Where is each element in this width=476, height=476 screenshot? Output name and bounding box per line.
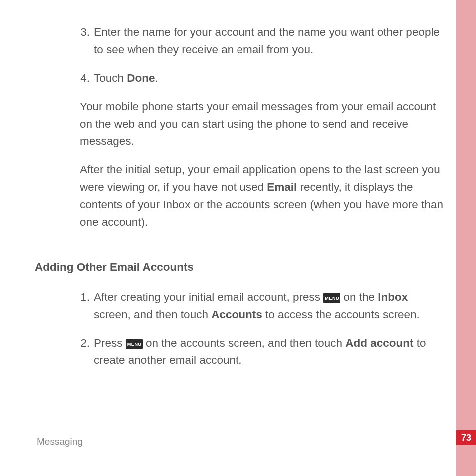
side-stripe (456, 0, 476, 476)
footer-section-label: Messaging (37, 436, 83, 447)
adding-step-1-bold2: Accounts (211, 308, 262, 321)
adding-step-1-a: After creating your initial email accoun… (94, 291, 323, 303)
page-number: 73 (461, 433, 471, 443)
adding-step-1-d: to access the accounts screen. (262, 308, 420, 321)
paragraph-2-bold: Email (267, 181, 297, 193)
step-4-suffix: . (155, 72, 158, 84)
adding-step-2-text: Press MENU on the accounts screen, and t… (94, 335, 446, 370)
step-4-prefix: Touch (94, 72, 127, 84)
paragraph-2: After the initial setup, your email appl… (80, 161, 446, 231)
adding-step-2-a: Press (94, 337, 126, 349)
menu-button-icon: MENU (323, 293, 340, 303)
step-3-text: Enter the name for your account and the … (94, 24, 446, 59)
section-heading: Adding Other Email Accounts (35, 261, 446, 274)
page-content: 3. Enter the name for your account and t… (35, 24, 446, 380)
adding-step-2-bold1: Add account (345, 337, 413, 349)
adding-step-2-b: on the accounts screen, and then touch (143, 337, 346, 349)
menu-button-icon: MENU (126, 339, 143, 349)
adding-step-1-b: on the (340, 291, 378, 303)
adding-step-1-text: After creating your initial email accoun… (94, 289, 446, 324)
adding-step-1-marker: 1. (35, 289, 94, 324)
step-4-marker: 4. (35, 70, 94, 87)
adding-step-2-marker: 2. (35, 335, 94, 370)
adding-step-1: 1. After creating your initial email acc… (35, 289, 446, 324)
adding-step-1-bold1: Inbox (378, 291, 408, 303)
step-4-bold: Done (127, 72, 155, 84)
step-4-text: Touch Done. (94, 70, 446, 87)
step-3: 3. Enter the name for your account and t… (35, 24, 446, 59)
page-number-tab: 73 (456, 430, 476, 445)
step-3-marker: 3. (35, 24, 94, 59)
paragraph-1: Your mobile phone starts your email mess… (80, 98, 446, 151)
adding-step-2: 2. Press MENU on the accounts screen, an… (35, 335, 446, 370)
step-4: 4. Touch Done. (35, 70, 446, 87)
adding-step-1-c: screen, and then touch (94, 308, 211, 321)
